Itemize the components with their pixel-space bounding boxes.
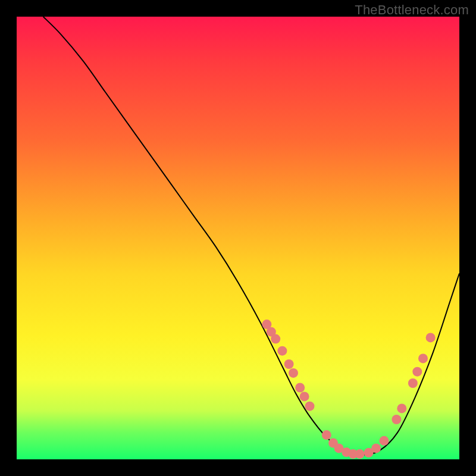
data-marker <box>300 392 309 401</box>
chart-frame: TheBottleneck.com <box>0 0 476 476</box>
bottleneck-curve <box>43 17 459 455</box>
marker-layer <box>262 320 435 459</box>
data-marker <box>355 449 365 459</box>
data-marker <box>380 436 389 446</box>
data-marker <box>408 378 418 388</box>
data-marker <box>289 368 298 378</box>
curve-svg <box>17 17 459 459</box>
data-marker <box>371 443 381 453</box>
data-marker <box>295 383 305 393</box>
watermark-text: TheBottleneck.com <box>355 2 469 18</box>
data-marker <box>271 334 280 344</box>
data-marker <box>392 415 401 424</box>
plot-area <box>17 17 459 459</box>
data-marker <box>397 403 406 413</box>
data-marker <box>322 430 331 440</box>
data-marker <box>277 346 287 356</box>
data-marker <box>426 333 436 342</box>
data-marker <box>284 359 294 369</box>
data-marker <box>418 353 428 363</box>
data-marker <box>305 402 315 411</box>
data-marker <box>412 367 422 377</box>
